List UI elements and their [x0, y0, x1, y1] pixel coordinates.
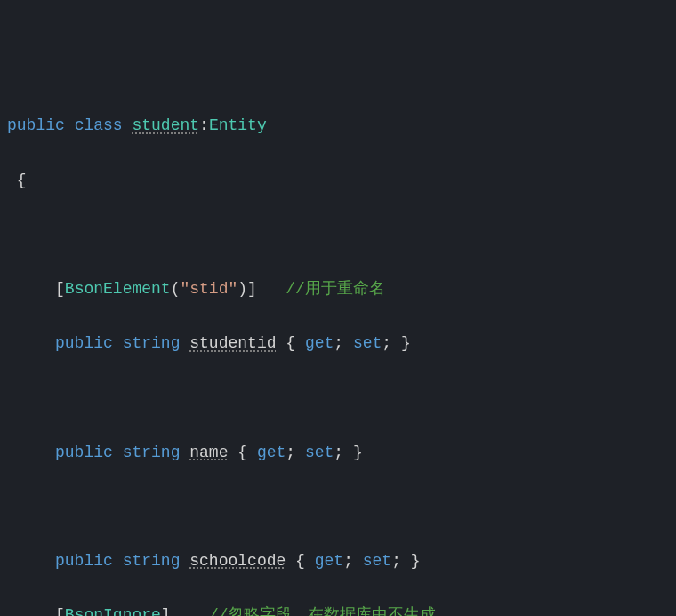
- keyword-public: public: [55, 334, 113, 352]
- bracket: ]: [247, 280, 257, 298]
- type: string: [123, 444, 181, 461]
- attribute: BsonElement: [65, 280, 171, 298]
- code-line: {: [7, 167, 669, 195]
- keyword-public: public: [7, 116, 65, 134]
- code-line: public string name { get; set; }: [7, 439, 669, 467]
- code-line: public string schoolcode { get; set; }: [7, 548, 669, 575]
- code-line: [7, 493, 669, 521]
- code-editor[interactable]: public class student:Entity { [BsonEleme…: [7, 112, 669, 616]
- class-name: student: [132, 116, 199, 134]
- comment: //用于重命名: [286, 280, 385, 298]
- code-line: [BsonElement("stid")] //用于重命名: [7, 276, 669, 303]
- colon: :: [199, 116, 209, 134]
- open-brace: {: [17, 172, 27, 189]
- code-line: public class student:Entity: [7, 112, 669, 140]
- paren: ): [237, 280, 247, 298]
- paren: (: [171, 280, 181, 298]
- comment: //忽略字段，在数据库中不生成: [209, 606, 437, 616]
- property-name: studentid: [189, 334, 276, 352]
- code-line: [BsonIgnore] //忽略字段，在数据库中不生成: [7, 602, 669, 616]
- bracket: [: [55, 280, 65, 298]
- attribute: BsonIgnore: [65, 606, 161, 616]
- code-line: public string studentid { get; set; }: [7, 330, 669, 357]
- string-literal: "stid": [180, 280, 237, 298]
- bracket: [: [55, 606, 65, 616]
- property-name: schoolcode: [189, 552, 286, 570]
- keyword-class: class: [75, 116, 123, 134]
- type: string: [123, 334, 181, 352]
- bracket: ]: [161, 606, 171, 616]
- property-name: name: [189, 444, 228, 461]
- keyword-public: public: [55, 444, 113, 461]
- code-line: [7, 221, 669, 249]
- base-class: Entity: [209, 116, 267, 134]
- type: string: [123, 552, 181, 570]
- keyword-public: public: [55, 552, 113, 570]
- code-line: [7, 384, 669, 412]
